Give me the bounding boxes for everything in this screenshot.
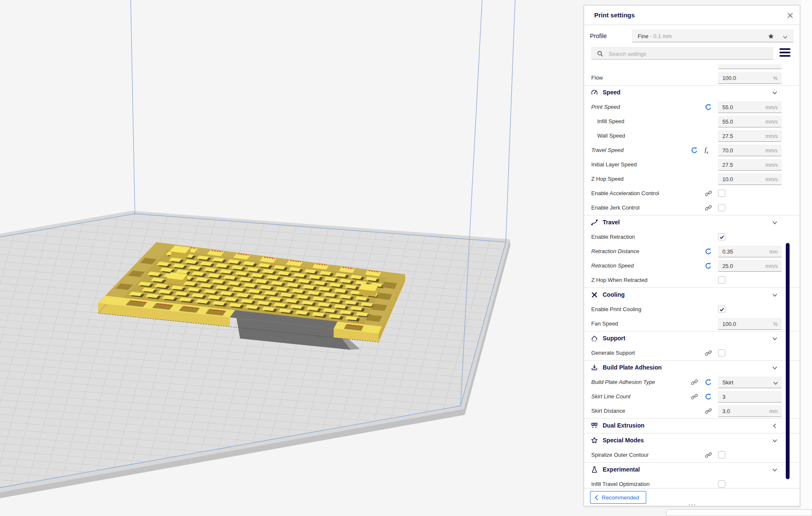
section-header-cooling[interactable]: Cooling [584,287,800,302]
fx-icon[interactable]: fx [705,146,712,154]
dropdown-field[interactable]: Skirt [718,377,782,388]
setting-label: Skirt Line Count [591,393,631,400]
reset-icon[interactable] [705,103,712,111]
field-unit: mm [769,408,778,414]
window-right-strip [801,0,812,516]
section-header-travel[interactable]: Travel [584,215,800,230]
chevron-down-icon[interactable] [772,336,778,342]
value-field[interactable]: 70.0mm/s [718,145,782,156]
chevron-left-icon[interactable] [772,423,778,429]
chevron-down-icon[interactable] [772,220,778,226]
setting-label: Retraction Distance [591,248,639,254]
section-header-special-modes[interactable]: Special Modes [584,433,800,448]
section-header-support[interactable]: Support [584,331,800,346]
setting-label: Z Hop When Retracted [591,277,647,283]
chevron-down-icon[interactable] [772,292,778,298]
dual-extrusion-icon [591,422,598,429]
adhesion-icon [591,364,598,371]
menu-icon[interactable] [779,48,790,58]
chevron-down-icon[interactable] [772,438,778,444]
link-icon[interactable] [705,204,712,212]
setting-row-fan-speed: Fan Speed100.0% [584,317,800,331]
link-icon[interactable] [705,349,712,357]
section-header-experimental[interactable]: Experimental [584,462,800,477]
value-field[interactable]: 25.0mm/s [718,260,782,272]
setting-row-travel-speed: Travel Speedfx70.0mm/s [584,143,800,157]
link-icon[interactable] [705,407,712,415]
dropdown-value: Skirt [722,379,733,386]
value-field[interactable]: 10.0mm/s [718,174,782,185]
reset-icon[interactable] [705,378,712,386]
setting-label: Enable Retraction [591,234,635,240]
checkbox[interactable] [718,190,725,197]
recommended-label: Recommended [602,494,639,501]
field-value: 27.5 [722,162,733,168]
field-value: 10.0 [722,176,733,182]
value-field[interactable]: 3.0mm [718,406,782,417]
section-header-build-plate-adhesion[interactable]: Build Plate Adhesion [584,360,800,375]
setting-row-print-speed: Print Speed55.0mm/s [584,100,800,114]
setting-row-spiralize-outer-contour: Spiralize Outer Contour [584,448,800,462]
section-title: Travel [603,219,620,226]
checkbox[interactable] [718,233,725,240]
link-icon[interactable] [691,378,698,386]
setting-label: Retraction Speed [591,262,634,269]
reset-icon[interactable] [691,146,698,154]
link-icon[interactable] [705,190,712,197]
section-header-dual-extrusion[interactable]: Dual Extrusion [584,418,800,433]
setting-row-retraction-speed: Retraction Speed25.0mm/s [584,259,800,273]
value-field[interactable]: 100.0% [718,72,782,84]
field-value: 3 [722,394,725,400]
section-title: Special Modes [603,437,644,444]
search-input[interactable] [608,48,770,60]
reset-icon[interactable] [705,393,712,400]
support-icon [591,335,598,342]
setting-row-flow: Flow100.0% [584,71,800,85]
value-field[interactable]: 100.0% [718,318,782,330]
chevron-down-icon[interactable] [772,90,778,96]
value-field[interactable]: 55.0mm/s [718,116,782,127]
field-unit: mm/s [765,148,778,154]
setting-row-skirt-line-count: Skirt Line Count3 [584,389,800,404]
checkbox[interactable] [718,306,725,313]
checkbox[interactable] [718,349,725,356]
setting-label: Enable Acceleration Control [591,190,659,196]
star-icon[interactable] [768,33,774,40]
link-icon[interactable] [705,451,712,459]
profile-value: Fine - 0.1 mm [638,33,672,39]
checkbox[interactable] [718,276,725,284]
field-value: 55.0 [722,119,733,125]
experimental-icon [591,466,598,473]
field-value: 70.0 [722,147,733,154]
checkbox[interactable] [718,204,725,211]
value-field[interactable]: 55.0mm/s [718,102,782,113]
field-unit: mm/s [765,119,778,125]
field-unit: mm/s [765,177,778,182]
profile-dropdown[interactable]: Fine - 0.1 mm [632,30,793,42]
setting-row-infill-speed: Infill Speed55.0mm/s [584,114,800,129]
section-title: Cooling [603,291,625,298]
chevron-down-icon[interactable] [772,467,778,473]
recommended-button[interactable]: Recommended [590,491,646,504]
checkbox[interactable] [718,451,725,458]
section-title: Dual Extrusion [603,422,645,429]
close-icon[interactable] [785,11,795,20]
field-value: 55.0 [722,104,733,110]
section-header-speed[interactable]: Speed [584,85,800,100]
field-value: 27.5 [722,133,733,139]
checkbox[interactable] [718,480,725,488]
value-field[interactable]: 0.35mm [718,246,782,257]
value-field[interactable]: 3 [718,391,782,403]
chevron-down-icon[interactable] [772,365,778,371]
panel-drag-handle[interactable] [689,504,695,505]
value-field[interactable]: 27.5mm/s [718,130,782,142]
setting-label: Travel Speed [591,147,623,153]
link-icon[interactable] [691,393,698,400]
value-field[interactable]: 27.5mm/s [718,159,782,171]
reset-icon[interactable] [705,248,712,255]
reset-icon[interactable] [705,262,712,270]
setting-label: Infill Travel Optimization [591,481,650,487]
bottom-divider [584,488,800,488]
panel-scrollbar[interactable] [786,243,790,479]
setting-row-enable-acceleration-control: Enable Acceleration Control [584,186,800,201]
